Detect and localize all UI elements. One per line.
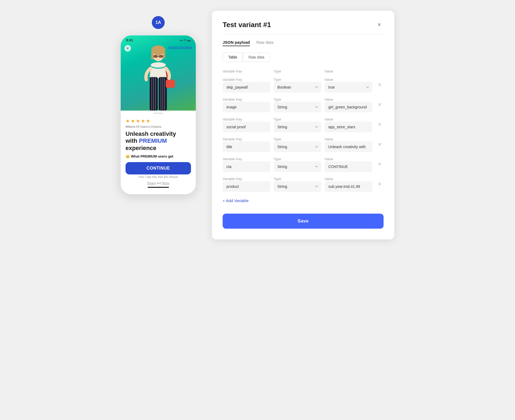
add-variable-button[interactable]: + Add Variable [223, 196, 249, 205]
phone-content: ★ ★ ★ ★ ★ Millions Of Users's Choices Un… [121, 115, 196, 194]
svg-point-0 [151, 62, 166, 68]
svg-rect-6 [159, 55, 163, 58]
col-header-type: Type [274, 69, 321, 73]
var-value-input-2[interactable] [325, 122, 372, 132]
svg-rect-16 [166, 80, 175, 88]
terms-link[interactable]: Terms [162, 182, 169, 185]
modal-tabs-row: JSON payload Raw data [223, 40, 384, 46]
var-type-col-4: Type String Boolean [274, 156, 321, 172]
variable-row: Variable Key Type String Boolean Value ✕ [223, 97, 384, 112]
var-value-input-1[interactable] [325, 102, 372, 112]
phone-time: 9:41 [126, 38, 133, 42]
var-type-label-2: Type [274, 117, 281, 121]
signal-icon: ▪▪▪ [180, 39, 183, 42]
var-type-col-3: Type String Boolean [274, 137, 321, 152]
battery-icon: ▬ [187, 39, 190, 42]
trial-text: Free 7-day trial, then $41,99/year [126, 176, 191, 178]
var-key-input-2[interactable] [223, 122, 270, 132]
var-type-label-5: Type [274, 177, 281, 181]
phone-preview-container: 1A 9:41 ▪▪▪ ∿ ▬ ✕ Restore Purchase [121, 11, 196, 194]
var-type-select-0[interactable]: Boolean String [274, 82, 321, 93]
privacy-link[interactable]: Privacy [147, 182, 156, 185]
var-key-input-4[interactable] [223, 161, 270, 172]
star-4: ★ [141, 118, 145, 124]
title-line3: experience [126, 145, 156, 151]
var-key-label-3: Variable Key [223, 137, 242, 141]
legal-links: Privacy and Terms [126, 182, 191, 185]
phone-close-icon: ✕ [126, 46, 129, 50]
phone-continue-button[interactable]: CONTINUE [126, 162, 191, 174]
variable-row: Variable Key Type String Boolean Value ✕ [223, 156, 384, 172]
var-type-label-4: Type [274, 157, 281, 161]
tab-raw-data[interactable]: Raw data [256, 40, 273, 46]
var-type-col-1: Type String Boolean [274, 97, 321, 112]
modal-panel: Test variant #1 × JSON payload Raw data … [212, 11, 394, 239]
delete-row-5[interactable]: ✕ [376, 180, 384, 188]
var-value-col-1: Value [325, 97, 372, 112]
restore-purchase-link[interactable]: Restore Purchase [168, 46, 192, 49]
modal-title: Test variant #1 [223, 21, 271, 29]
var-value-input-5[interactable] [325, 181, 372, 192]
phone-image-area: ✕ Restore Purchase [121, 35, 196, 111]
var-type-col-5: Type String Boolean [274, 176, 321, 192]
var-value-label-2: Value [325, 117, 333, 121]
what-premium-label: 👑 What PREMIUM users get [126, 154, 191, 158]
variant-badge: 1A [152, 16, 165, 29]
format-tab-table[interactable]: Table [223, 53, 243, 62]
var-key-input-3[interactable] [223, 141, 270, 152]
scroll-dot [153, 113, 163, 114]
delete-row-1[interactable]: ✕ [376, 101, 384, 109]
var-key-input-0[interactable] [223, 82, 270, 93]
format-tabs: Table Raw data [223, 53, 384, 62]
phone-subtitle: Millions Of Users's Choices [126, 125, 191, 128]
delete-row-4[interactable]: ✕ [376, 160, 384, 168]
var-type-select-4[interactable]: String Boolean [274, 161, 321, 172]
delete-row-2[interactable]: ✕ [376, 120, 384, 129]
var-type-select-2[interactable]: String Boolean [274, 122, 321, 132]
var-key-label-4: Variable Key [223, 157, 242, 161]
variables-list: Variable Key Type Boolean String Value t… [223, 77, 384, 192]
var-type-select-3[interactable]: String Boolean [274, 141, 321, 152]
var-key-label-2: Variable Key [223, 117, 242, 121]
svg-rect-4 [163, 52, 165, 58]
var-value-col-0: Value true false [325, 77, 372, 93]
var-key-label-1: Variable Key [223, 97, 242, 101]
var-type-select-1[interactable]: String Boolean [274, 102, 321, 112]
var-key-col-2: Variable Key [223, 117, 270, 132]
title-line1: Unleash creativity [126, 130, 176, 137]
save-button[interactable]: Save [223, 214, 384, 229]
phone-status-bar: 9:41 ▪▪▪ ∿ ▬ [121, 35, 196, 44]
var-value-input-3[interactable] [325, 141, 372, 152]
var-value-col-2: Value [325, 117, 372, 132]
var-type-select-5[interactable]: String Boolean [274, 181, 321, 192]
scroll-indicator [121, 111, 196, 115]
var-value-label-0: Value [325, 78, 333, 82]
column-headers: Variable Key Type Value [223, 69, 384, 75]
var-key-input-1[interactable] [223, 102, 270, 112]
star-1: ★ [126, 118, 130, 124]
var-key-input-5[interactable] [223, 181, 270, 192]
tab-json-payload[interactable]: JSON payload [223, 40, 250, 46]
and-text: and [156, 182, 162, 185]
var-value-label-1: Value [325, 97, 333, 101]
format-tab-raw[interactable]: Raw data [243, 53, 270, 62]
var-value-label-5: Value [325, 177, 333, 181]
delete-row-0[interactable]: ✕ [376, 81, 384, 89]
var-value-select-0[interactable]: true false [325, 82, 372, 93]
star-5: ★ [146, 118, 150, 124]
var-type-label-0: Type [274, 78, 281, 82]
var-value-col-5: Value [325, 176, 372, 192]
var-type-label-3: Type [274, 137, 281, 141]
delete-row-3[interactable]: ✕ [376, 140, 384, 148]
close-modal-button[interactable]: × [375, 20, 384, 29]
var-key-label-0: Variable Key [223, 78, 242, 82]
person-illustration [137, 38, 180, 111]
var-type-col-2: Type String Boolean [274, 117, 321, 132]
var-value-input-4[interactable] [325, 161, 372, 172]
variable-row: Variable Key Type Boolean String Value t… [223, 77, 384, 93]
star-2: ★ [131, 118, 135, 124]
var-value-label-3: Value [325, 137, 333, 141]
stars-row: ★ ★ ★ ★ ★ [126, 118, 191, 124]
phone-close-button[interactable]: ✕ [124, 45, 131, 52]
var-value-col-4: Value [325, 156, 372, 172]
